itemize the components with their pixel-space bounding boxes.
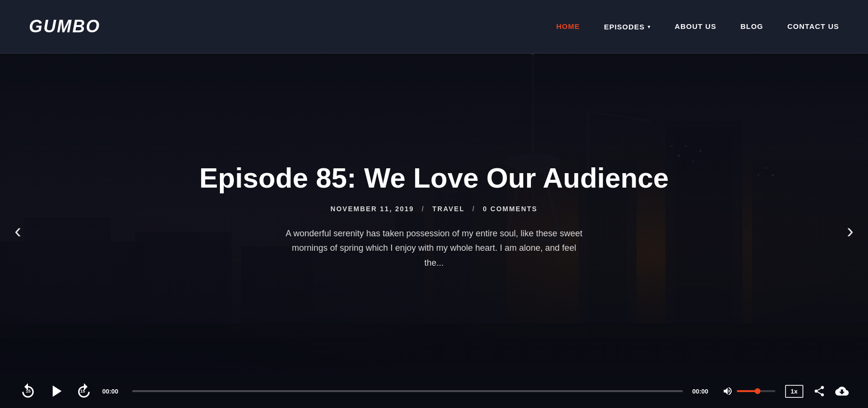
separator-1: /	[422, 205, 425, 213]
next-slide-button[interactable]: ›	[837, 210, 863, 252]
nav-link-contact[interactable]: CONTACT US	[787, 22, 839, 30]
volume-section	[722, 386, 775, 396]
hero-section: ‹ Episode 85: We Love Our Audience NOVEM…	[0, 54, 868, 408]
hero-date: NOVEMBER 11, 2019	[330, 205, 414, 213]
audio-player: 15 15 00:00 00:00	[0, 374, 868, 408]
prev-slide-button[interactable]: ‹	[5, 210, 31, 252]
volume-icon	[722, 386, 733, 396]
volume-thumb	[755, 388, 760, 394]
speed-button[interactable]: 1x	[785, 385, 803, 398]
hero-description: A wonderful serenity has taken possessio…	[285, 226, 583, 271]
hero-category[interactable]: TRAVEL	[432, 205, 464, 213]
download-button[interactable]	[835, 384, 849, 398]
volume-button[interactable]	[722, 386, 733, 396]
nav-links: HOME EPISODES ▾ ABOUT US BLOG CONTACT US	[556, 22, 839, 31]
progress-bar[interactable]	[132, 390, 683, 392]
svg-text:15: 15	[26, 389, 31, 394]
nav-link-home[interactable]: HOME	[556, 22, 580, 30]
share-button[interactable]	[813, 385, 826, 397]
hero-comments[interactable]: 0 COMMENTS	[483, 205, 537, 213]
right-arrow-icon: ›	[847, 219, 854, 242]
rewind-icon: 15	[19, 382, 37, 400]
separator-2: /	[472, 205, 475, 213]
hero-meta: NOVEMBER 11, 2019 / TRAVEL / 0 COMMENTS	[199, 205, 668, 213]
chevron-down-icon: ▾	[648, 24, 651, 29]
site-logo[interactable]: GUMBO	[29, 16, 100, 37]
current-time: 00:00	[102, 388, 122, 395]
total-time: 00:00	[692, 388, 713, 395]
hero-title: Episode 85: We Love Our Audience	[199, 163, 668, 193]
play-icon	[46, 381, 66, 401]
rewind-button[interactable]: 15	[19, 382, 37, 400]
forward-icon: 15	[75, 382, 93, 400]
nav-item-blog[interactable]: BLOG	[740, 22, 763, 31]
nav-link-about[interactable]: ABOUT US	[675, 22, 716, 30]
navbar: GUMBO HOME EPISODES ▾ ABOUT US BLOG CONT…	[0, 0, 868, 54]
forward-button[interactable]: 15	[75, 382, 93, 400]
nav-item-episodes[interactable]: EPISODES ▾	[604, 23, 651, 31]
nav-item-home[interactable]: HOME	[556, 22, 580, 31]
nav-item-about[interactable]: ABOUT US	[675, 22, 716, 31]
hero-content: Episode 85: We Love Our Audience NOVEMBE…	[190, 163, 678, 271]
nav-link-blog[interactable]: BLOG	[740, 22, 763, 30]
share-icon	[813, 385, 826, 397]
nav-link-episodes[interactable]: EPISODES ▾	[604, 23, 651, 31]
left-arrow-icon: ‹	[14, 219, 21, 242]
svg-text:15: 15	[81, 389, 85, 394]
volume-fill	[737, 390, 758, 392]
volume-bar[interactable]	[737, 390, 775, 392]
nav-item-contact[interactable]: CONTACT US	[787, 22, 839, 31]
download-icon	[835, 384, 849, 398]
play-button[interactable]	[46, 381, 66, 401]
